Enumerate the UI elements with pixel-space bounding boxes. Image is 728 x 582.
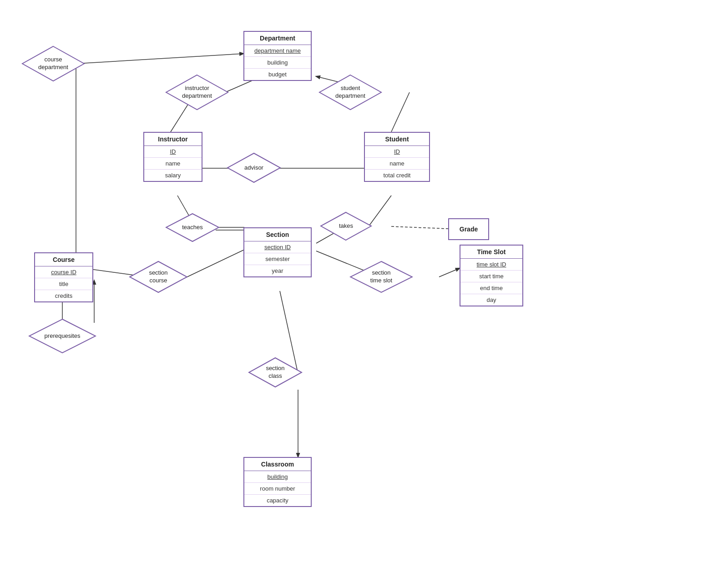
- diamond-course-department-label: coursedepartment: [38, 56, 68, 71]
- entity-classroom-title: Classroom: [244, 458, 311, 471]
- entity-classroom-attr-building: building: [244, 471, 311, 483]
- diamond-section-course: sectioncourse: [129, 261, 188, 293]
- diamond-section-timeslot-label: sectiontime slot: [370, 269, 392, 285]
- diamond-student-department: studentdepartment: [318, 74, 382, 110]
- diamond-advisor: advisor: [227, 152, 281, 183]
- er-diagram: Department department name building budg…: [0, 0, 728, 582]
- entity-section-attr-id: section ID: [244, 241, 311, 253]
- svg-line-6: [391, 92, 410, 132]
- entity-department-attr-building: building: [244, 57, 311, 69]
- diamond-advisor-label: advisor: [244, 164, 263, 172]
- diamond-instructor-department-label: instructordepartment: [182, 85, 212, 100]
- entity-course: Course course ID title credits: [34, 252, 93, 302]
- entity-department-title: Department: [244, 32, 311, 45]
- entity-department-attr-budget: budget: [244, 69, 311, 80]
- entity-instructor-attr-salary: salary: [144, 170, 202, 181]
- entity-section-title: Section: [244, 228, 311, 241]
- diamond-section-course-label: sectioncourse: [149, 269, 167, 285]
- diamond-section-class-label: sectionclass: [266, 365, 284, 380]
- diamond-takes: takes: [320, 211, 372, 241]
- entity-timeslot-title: Time Slot: [460, 246, 522, 259]
- entity-classroom-attr-roomno: room number: [244, 483, 311, 495]
- entity-classroom: Classroom building room number capacity: [243, 457, 312, 507]
- entity-course-attr-title: title: [35, 278, 92, 290]
- entity-student-attr-name: name: [365, 158, 429, 170]
- diamond-section-timeslot: sectiontime slot: [349, 261, 413, 293]
- diamond-prerequesites-label: prerequesites: [45, 332, 81, 340]
- diamond-takes-label: takes: [339, 222, 353, 230]
- diamond-section-class: sectionclass: [248, 357, 303, 388]
- entity-timeslot-attr-end: end time: [460, 282, 522, 294]
- entity-course-title: Course: [35, 253, 92, 266]
- entity-department: Department department name building budg…: [243, 31, 312, 81]
- entity-timeslot-attr-start: start time: [460, 271, 522, 282]
- entity-student: Student ID name total credit: [364, 132, 430, 182]
- entity-timeslot-attr-id: time slot ID: [460, 259, 522, 271]
- entity-timeslot-attr-day: day: [460, 294, 522, 306]
- svg-line-15: [391, 226, 448, 229]
- entity-timeslot: Time Slot time slot ID start time end ti…: [460, 245, 523, 306]
- entity-instructor-attr-name: name: [144, 158, 202, 170]
- entity-course-attr-id: course ID: [35, 266, 92, 278]
- entity-section-attr-year: year: [244, 265, 311, 276]
- entity-instructor-attr-id: ID: [144, 146, 202, 158]
- entity-instructor: Instructor ID name salary: [143, 132, 202, 182]
- diamond-prerequesites: prerequesites: [28, 318, 96, 354]
- entity-course-attr-credits: credits: [35, 290, 92, 301]
- diamond-teaches: teaches: [165, 213, 220, 242]
- entity-instructor-title: Instructor: [144, 133, 202, 146]
- entity-section: Section section ID semester year: [243, 227, 312, 277]
- entity-student-title: Student: [365, 133, 429, 146]
- svg-line-0: [76, 54, 243, 64]
- entity-student-attr-totalcredit: total credit: [365, 170, 429, 181]
- entity-grade: Grade: [448, 218, 489, 240]
- entity-classroom-attr-capacity: capacity: [244, 495, 311, 506]
- entity-section-attr-semester: semester: [244, 253, 311, 265]
- diamond-teaches-label: teaches: [182, 224, 203, 231]
- diamond-course-department: coursedepartment: [21, 45, 85, 82]
- svg-line-16: [184, 250, 243, 278]
- svg-line-19: [439, 268, 460, 277]
- diamond-instructor-department: instructordepartment: [165, 74, 229, 110]
- diamond-student-department-label: studentdepartment: [335, 85, 365, 100]
- entity-student-attr-id: ID: [365, 146, 429, 158]
- entity-grade-title: Grade: [449, 223, 488, 236]
- entity-department-attr-name: department name: [244, 45, 311, 57]
